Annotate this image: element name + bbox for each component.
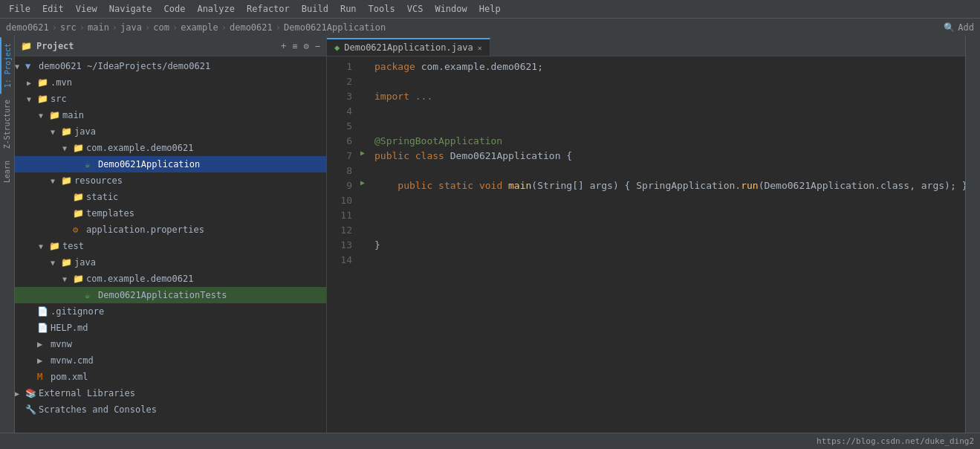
status-bar: https://blog.csdn.net/duke_ding2	[0, 433, 980, 449]
code-token: {	[566, 149, 572, 164]
breadcrumb-item-com[interactable]: com	[153, 22, 169, 33]
menu-item-view[interactable]: View	[70, 2, 103, 16]
project-tree: ▼▼demo0621 ~/IdeaProjects/demo0621▶📁.mvn…	[15, 56, 326, 433]
code-content[interactable]: package com.example.demo0621;import ...@…	[369, 56, 965, 433]
menu-item-build[interactable]: Build	[296, 2, 334, 16]
gutter-cell[interactable]: ▶	[357, 146, 369, 161]
gutter-cell	[357, 71, 369, 86]
tree-item-scratches[interactable]: 🔧Scratches and Consoles	[15, 401, 326, 418]
code-line: package com.example.demo0621;	[374, 59, 959, 74]
add-button[interactable]: Add	[958, 22, 974, 33]
line-number: 10	[327, 193, 352, 208]
line-number: 11	[327, 208, 352, 223]
code-token: (	[759, 178, 765, 193]
tree-item-label: java	[74, 126, 96, 137]
code-token: [] args) {	[572, 178, 636, 193]
breadcrumb-item-src[interactable]: src	[60, 22, 77, 33]
tree-item-icon: ▼	[25, 61, 39, 71]
tree-item-resources[interactable]: ▼📁resources	[15, 172, 326, 189]
menu-item-analyze[interactable]: Analyze	[191, 2, 241, 16]
tree-item-mvn[interactable]: ▶📁.mvn	[15, 74, 326, 91]
breadcrumb-separator: ›	[145, 22, 150, 33]
tab-close-button[interactable]: ✕	[478, 44, 482, 52]
line-number: 12	[327, 223, 352, 238]
code-line	[374, 164, 959, 178]
editor-tab-demo0621[interactable]: ◆ Demo0621Application.java ✕	[327, 38, 490, 56]
status-url: https://blog.csdn.net/duke_ding2	[817, 436, 974, 446]
menu-item-run[interactable]: Run	[334, 2, 363, 16]
tree-item-mvnw[interactable]: ▶mvnw	[15, 336, 326, 352]
menu-item-vcs[interactable]: VCS	[401, 2, 429, 16]
tree-item-label: templates	[86, 208, 134, 219]
tree-item-label: External Libraries	[39, 388, 135, 398]
add-content-icon[interactable]: +	[281, 41, 286, 51]
menu-item-window[interactable]: Window	[429, 2, 473, 16]
code-line: }	[374, 238, 959, 253]
breadcrumb-item-java[interactable]: java	[120, 22, 142, 33]
menu-item-code[interactable]: Code	[158, 2, 192, 16]
tree-item-icon: ▶	[37, 355, 51, 366]
tree-item-com-example2[interactable]: ▼📁com.example.demo0621	[15, 271, 326, 287]
gutter-cell	[357, 220, 369, 235]
line-number: 5	[327, 119, 352, 134]
collapse-icon[interactable]: ≡	[292, 41, 297, 51]
tree-item-icon: 📁	[73, 274, 86, 284]
tree-item-external-libs[interactable]: ▶📚External Libraries	[15, 385, 326, 401]
breadcrumb-item-demo0621application[interactable]: Demo0621Application	[284, 22, 386, 33]
menu-item-help[interactable]: Help	[473, 2, 507, 16]
tree-expand-arrow[interactable]: ▼	[62, 275, 73, 283]
tree-expand-arrow[interactable]: ▼	[15, 62, 25, 71]
tree-expand-arrow[interactable]: ▶	[27, 79, 37, 87]
tree-item-test[interactable]: ▼📁test	[15, 238, 326, 254]
tree-item-mvnw-cmd[interactable]: ▶mvnw.cmd	[15, 352, 326, 369]
breadcrumb-item-demo0621[interactable]: demo0621	[6, 22, 49, 33]
breadcrumb-item-example[interactable]: example	[181, 22, 218, 33]
tree-item-HELP[interactable]: 📄HELP.md	[15, 320, 326, 336]
menu-item-tools[interactable]: Tools	[363, 2, 401, 16]
breadcrumb-item-demo0621[interactable]: demo0621	[230, 22, 273, 33]
gutter-cell	[357, 86, 369, 101]
tree-item-label: mvnw	[51, 339, 72, 349]
code-token: public	[374, 149, 415, 164]
tree-item-pom[interactable]: Mpom.xml	[15, 369, 326, 385]
menu-item-edit[interactable]: Edit	[36, 2, 70, 16]
tree-item-Demo0621Application[interactable]: ☕Demo0621Application	[15, 156, 326, 172]
gutter-cell[interactable]: ▶	[357, 175, 369, 190]
tree-expand-arrow[interactable]: ▼	[62, 144, 73, 152]
breadcrumb-item-main[interactable]: main	[88, 22, 109, 33]
minimize-icon[interactable]: −	[315, 41, 320, 51]
menu-item-navigate[interactable]: Navigate	[103, 2, 158, 16]
menu-item-refactor[interactable]: Refactor	[241, 2, 296, 16]
tree-expand-arrow[interactable]: ▼	[27, 95, 37, 103]
tree-item-icon: 📄	[37, 306, 51, 317]
tree-item-gitignore[interactable]: 📄.gitignore	[15, 303, 326, 320]
line-number: 4	[327, 104, 352, 119]
tree-item-application-properties[interactable]: ⚙application.properties	[15, 222, 326, 238]
tree-item-java2[interactable]: ▼📁java	[15, 254, 326, 271]
tree-expand-arrow[interactable]: ▼	[51, 259, 61, 267]
tree-item-templates[interactable]: 📁templates	[15, 205, 326, 222]
tab-learn[interactable]: Learn	[1, 155, 13, 189]
tree-item-demo0621[interactable]: ▼▼demo0621 ~/IdeaProjects/demo0621	[15, 58, 326, 74]
tab-project[interactable]: 1: Project	[0, 37, 14, 94]
tree-expand-arrow[interactable]: ▼	[51, 128, 61, 136]
tree-item-java[interactable]: ▼📁java	[15, 123, 326, 140]
tree-item-src[interactable]: ▼📁src	[15, 91, 326, 107]
tree-item-Demo0621ApplicationTests[interactable]: ☕Demo0621ApplicationTests	[15, 287, 326, 303]
tree-item-main[interactable]: ▼📁main	[15, 107, 326, 123]
tab-structure[interactable]: Z-Structure	[1, 94, 13, 155]
tree-item-static[interactable]: 📁static	[15, 189, 326, 205]
tree-expand-arrow[interactable]: ▼	[39, 112, 49, 120]
folder-icon: 📁	[21, 41, 32, 51]
settings-icon[interactable]: ⚙	[304, 41, 309, 51]
tree-expand-arrow[interactable]: ▶	[15, 390, 25, 398]
code-token: Demo0621Application	[450, 149, 567, 164]
menu-item-file[interactable]: File	[3, 2, 36, 16]
tree-expand-arrow[interactable]: ▼	[39, 242, 49, 251]
tree-expand-arrow[interactable]: ▼	[51, 177, 61, 185]
tree-item-com-example[interactable]: ▼📁com.example.demo0621	[15, 140, 326, 156]
vertical-tabs: 1: Project Z-Structure Learn	[0, 36, 15, 433]
tree-item-label: java	[74, 257, 96, 268]
tree-item-icon: ▶	[37, 339, 51, 349]
main-area: 1: Project Z-Structure Learn 📁 Project +…	[0, 36, 980, 433]
